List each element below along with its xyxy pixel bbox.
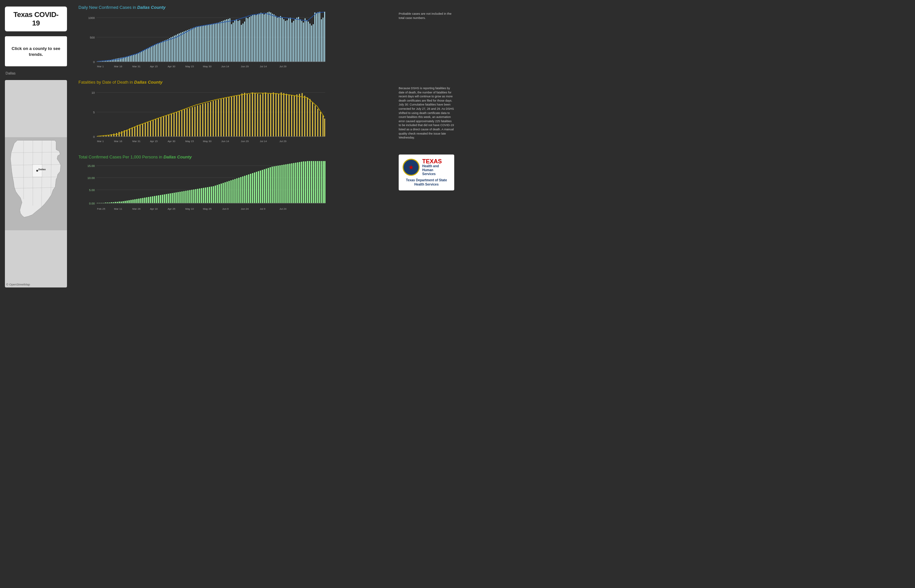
svg-rect-58 [146,48,147,62]
svg-rect-71 [167,39,168,62]
svg-rect-380 [262,170,263,203]
svg-rect-133 [268,12,270,62]
svg-rect-152 [300,19,301,62]
svg-rect-354 [211,187,212,203]
county-prompt-label: Click on a county to see trends. [12,46,60,57]
svg-rect-209 [155,119,156,137]
svg-rect-370 [242,176,244,203]
svg-rect-155 [305,18,306,62]
svg-rect-393 [287,164,289,203]
svg-rect-396 [293,163,294,203]
svg-rect-83 [187,30,188,62]
map-container[interactable]: Dallas © OpenStreetMap [5,80,67,288]
svg-rect-86 [192,28,193,62]
svg-rect-246 [252,92,253,137]
svg-rect-124 [254,15,255,62]
svg-rect-131 [265,13,266,62]
chart3-title: Total Confirmed Cases Per 1,000 Persons … [78,155,395,160]
svg-rect-47 [128,56,129,62]
svg-text:Jul 14: Jul 14 [260,140,267,143]
svg-rect-59 [148,48,149,62]
svg-rect-329 [162,195,163,203]
svg-text:5: 5 [93,111,95,114]
svg-text:Mar 26: Mar 26 [133,207,141,210]
svg-rect-262 [294,96,295,137]
svg-rect-215 [171,114,172,137]
svg-rect-256 [278,94,279,137]
svg-rect-95 [207,25,207,62]
svg-rect-199 [129,128,130,137]
svg-rect-371 [244,176,246,203]
svg-rect-320 [144,198,145,203]
county-prompt-box[interactable]: Click on a county to see trends. [5,36,67,66]
svg-rect-394 [289,164,291,203]
svg-rect-166 [323,18,323,62]
svg-rect-341 [185,191,187,203]
svg-text:Jul 14: Jul 14 [260,65,267,68]
svg-rect-330 [164,194,165,203]
svg-rect-412 [324,161,325,203]
svg-rect-309 [123,201,124,203]
svg-rect-267 [307,97,308,137]
svg-rect-80 [182,32,183,62]
svg-rect-411 [323,161,324,203]
svg-rect-84 [189,29,189,62]
svg-rect-384 [270,167,271,203]
svg-rect-128 [260,13,262,62]
svg-rect-39 [115,59,116,62]
svg-rect-261 [291,95,292,137]
svg-text:Mar 1: Mar 1 [97,65,104,68]
svg-rect-151 [298,17,299,62]
svg-rect-361 [225,182,226,203]
svg-rect-135 [272,14,273,62]
svg-rect-401 [303,162,304,203]
svg-rect-85 [190,29,191,62]
chart2-note: Because DSHS is reporting fatalities by … [399,80,454,140]
svg-rect-397 [295,163,296,203]
svg-text:Jun 9: Jun 9 [222,207,229,210]
map-credit-label: © OpenStreetMap [6,283,30,286]
svg-rect-96 [208,24,209,62]
svg-rect-132 [267,13,268,62]
svg-text:Jun 29: Jun 29 [241,65,249,68]
svg-rect-110 [231,24,232,62]
svg-rect-89 [197,27,198,62]
svg-rect-116 [241,25,242,62]
svg-rect-378 [258,171,259,203]
svg-rect-332 [168,194,169,203]
svg-rect-65 [157,44,158,62]
svg-rect-104 [221,21,222,62]
svg-rect-97 [210,24,211,62]
svg-rect-362 [226,182,228,203]
svg-rect-252 [268,94,268,137]
svg-rect-328 [160,195,161,203]
svg-text:Mar 31: Mar 31 [133,65,141,68]
svg-rect-68 [162,41,163,62]
svg-rect-107 [226,19,227,62]
svg-rect-81 [184,31,184,62]
svg-rect-164 [319,12,320,62]
svg-rect-61 [151,46,152,62]
svg-rect-63 [154,45,155,62]
svg-rect-377 [256,172,257,203]
branding-logo-box: ★ TEXAS Health and HumanServices Texas D… [399,155,454,191]
svg-rect-119 [246,18,247,62]
texas-label: TEXAS [422,158,450,164]
svg-text:Apr 15: Apr 15 [150,140,158,143]
svg-rect-108 [228,19,229,62]
chart3-svg: 15.00 10.00 5.00 0.00 Feb 25 Mar 11 Mar … [78,161,327,221]
svg-rect-242 [241,94,242,137]
svg-text:May 30: May 30 [203,140,212,143]
svg-rect-160 [313,24,314,62]
svg-rect-46 [126,57,128,62]
svg-rect-359 [221,184,222,203]
svg-rect-253 [270,93,271,137]
texas-brand: TEXAS Health and HumanServices [422,158,450,176]
right-panel: Daily New Confirmed Cases in Dallas Coun… [72,0,457,294]
svg-rect-226 [200,105,200,137]
svg-rect-94 [205,25,206,62]
svg-rect-241 [239,95,240,137]
svg-rect-255 [275,93,276,137]
svg-rect-149 [295,19,296,62]
dshs-label: Texas Department of StateHealth Services [406,178,447,187]
